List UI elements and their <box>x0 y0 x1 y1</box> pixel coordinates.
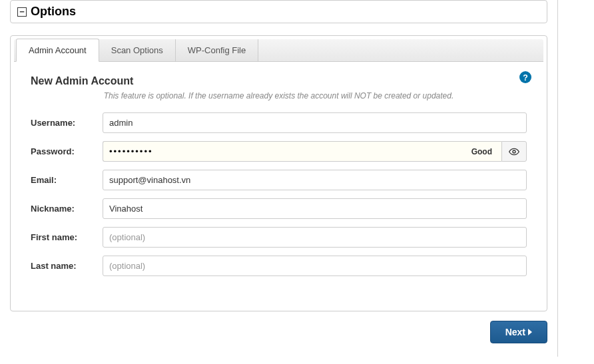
options-panel-header[interactable]: − Options <box>11 1 547 23</box>
password-strength-badge: Good <box>462 141 501 162</box>
row-email: Email: <box>31 170 527 190</box>
label-password: Password: <box>31 146 103 156</box>
help-icon[interactable]: ? <box>519 71 531 83</box>
collapse-icon: − <box>17 7 27 17</box>
row-firstname: First name: <box>31 227 527 248</box>
section-title: New Admin Account <box>31 75 527 87</box>
email-input[interactable] <box>103 170 527 190</box>
svg-point-2 <box>513 150 515 153</box>
row-nickname: Nickname: <box>31 198 527 219</box>
row-password: Password: Good <box>31 141 527 162</box>
tabs-panel: Admin Account Scan Options WP-Config Fil… <box>10 35 547 311</box>
password-input[interactable] <box>103 141 462 162</box>
tab-scan-options[interactable]: Scan Options <box>99 39 176 61</box>
tab-label: WP-Config File <box>188 45 246 55</box>
footer-actions: Next <box>10 321 547 343</box>
svg-text:?: ? <box>523 73 528 83</box>
tab-bar: Admin Account Scan Options WP-Config Fil… <box>14 39 543 62</box>
label-email: Email: <box>31 175 103 185</box>
lastname-input[interactable] <box>103 256 527 276</box>
label-lastname: Last name: <box>31 261 103 271</box>
next-button-label: Next <box>505 327 525 337</box>
section-note: This feature is optional. If the usernam… <box>31 91 527 100</box>
panel-title: Options <box>31 5 76 19</box>
nickname-input[interactable] <box>103 198 527 219</box>
options-panel: − Options <box>10 0 547 23</box>
caret-right-icon <box>528 329 532 335</box>
label-nickname: Nickname: <box>31 204 103 214</box>
tab-label: Scan Options <box>111 45 163 55</box>
row-lastname: Last name: <box>31 256 527 276</box>
tab-wp-config-file[interactable]: WP-Config File <box>176 39 258 61</box>
label-username: Username: <box>31 118 103 128</box>
next-button[interactable]: Next <box>490 321 547 343</box>
tab-content: ? New Admin Account This feature is opti… <box>14 62 543 291</box>
toggle-password-visibility-button[interactable] <box>501 141 527 162</box>
firstname-input[interactable] <box>103 227 527 248</box>
row-username: Username: <box>31 112 527 133</box>
label-firstname: First name: <box>31 232 103 242</box>
username-input[interactable] <box>103 112 527 133</box>
tab-admin-account[interactable]: Admin Account <box>16 39 99 62</box>
eye-icon <box>509 146 519 157</box>
tab-label: Admin Account <box>29 45 87 55</box>
password-wrap: Good <box>103 141 527 162</box>
